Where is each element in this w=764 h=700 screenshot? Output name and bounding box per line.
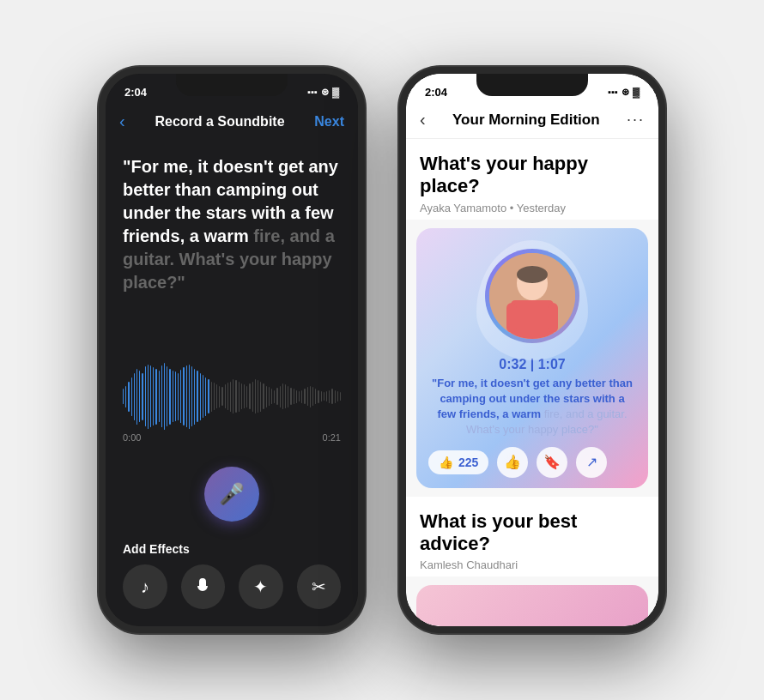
waveform-bar bbox=[299, 391, 300, 401]
waveform-bar bbox=[269, 387, 270, 406]
waveform-bar bbox=[194, 369, 195, 425]
nav-title-2: Your Morning Edition bbox=[452, 112, 600, 129]
transcript-text: "For me, it doesn't get any better than … bbox=[123, 155, 341, 294]
waveform-bar bbox=[219, 386, 220, 407]
waveform-bar bbox=[271, 389, 272, 404]
waveform-bar bbox=[315, 389, 316, 404]
waveform-times: 0:00 0:21 bbox=[123, 431, 341, 450]
waveform-bar bbox=[203, 375, 203, 418]
waveform-bar bbox=[274, 390, 275, 403]
waveform-bar bbox=[173, 371, 173, 422]
waveform-bar bbox=[304, 389, 305, 404]
waveform-bar bbox=[153, 367, 154, 425]
waveform-bar bbox=[301, 390, 302, 403]
waveform-bar bbox=[239, 382, 240, 412]
wifi-icon: ⊛ bbox=[321, 87, 329, 98]
waveform-bar bbox=[191, 366, 192, 426]
waveform-bar bbox=[155, 369, 156, 425]
waveform-bar bbox=[148, 365, 149, 429]
waveform-bar bbox=[312, 387, 313, 406]
waveform-bar bbox=[131, 377, 132, 416]
waveform-bar bbox=[123, 389, 124, 404]
waveform-bar bbox=[263, 383, 264, 409]
effect-sparkle[interactable]: ✦ bbox=[239, 564, 283, 609]
waveform-bar bbox=[189, 365, 190, 429]
waveform bbox=[123, 362, 341, 431]
status-time-1: 2:04 bbox=[124, 86, 147, 99]
waveform-bar bbox=[161, 365, 162, 427]
waveform-bar bbox=[150, 365, 151, 427]
waveform-bar bbox=[294, 389, 294, 404]
waveform-bar bbox=[310, 386, 311, 407]
waveform-bar bbox=[164, 363, 165, 430]
card-actions: 👍 225 👍 🔖 ↗ bbox=[416, 438, 648, 478]
bookmark-button[interactable]: 🔖 bbox=[537, 447, 567, 478]
back-button-2[interactable]: ‹ bbox=[420, 110, 426, 130]
waveform-bar bbox=[125, 386, 126, 407]
waveform-bar bbox=[258, 380, 258, 413]
post-1-time: Yesterday bbox=[517, 202, 566, 214]
waveform-bar bbox=[186, 365, 187, 427]
waveform-bar bbox=[208, 379, 209, 413]
like-icon: 👍 bbox=[439, 456, 453, 469]
waveform-bar bbox=[230, 382, 231, 412]
waveform-bar bbox=[296, 390, 297, 403]
phone-1-screen: 2:04 ▪▪▪ ⊛ ▓ ‹ Record a Soundbite Next "… bbox=[106, 74, 358, 626]
waveform-bar bbox=[285, 384, 286, 408]
effect-music[interactable]: ♪ bbox=[123, 564, 167, 609]
waveform-bar bbox=[225, 384, 226, 408]
effects-row: ♪ ✦ ✂ bbox=[106, 564, 358, 626]
waveform-bar bbox=[183, 367, 184, 425]
waveform-start: 0:00 bbox=[123, 432, 141, 443]
like-count: 225 bbox=[458, 456, 478, 469]
next-button[interactable]: Next bbox=[314, 114, 344, 130]
waveform-bar bbox=[167, 366, 167, 426]
card-quote: "For me, it doesn't get any better than … bbox=[430, 376, 634, 438]
post-1-author: Ayaka Yamamoto bbox=[420, 202, 506, 214]
waveform-bar bbox=[321, 391, 322, 401]
post-1-card[interactable]: 0:32 | 1:07 "For me, it doesn't get any … bbox=[416, 228, 648, 488]
more-button[interactable]: ··· bbox=[627, 111, 645, 129]
waveform-bar bbox=[326, 391, 327, 401]
transcript-area: "For me, it doesn't get any better than … bbox=[106, 138, 358, 353]
waveform-bar bbox=[255, 379, 256, 413]
status-icons-2: ▪▪▪ ⊛ ▓ bbox=[608, 87, 640, 98]
post-1-title: What's your happy place? bbox=[420, 153, 645, 198]
battery-icon-2: ▓ bbox=[633, 87, 640, 97]
post-2-card[interactable] bbox=[416, 585, 648, 626]
phone-notch-2 bbox=[476, 74, 588, 96]
battery-icon: ▓ bbox=[332, 87, 339, 97]
share-button[interactable]: ↗ bbox=[576, 447, 607, 478]
waveform-bar bbox=[211, 382, 212, 412]
like-pill[interactable]: 👍 225 bbox=[428, 450, 488, 474]
phone-2: 2:04 ▪▪▪ ⊛ ▓ ‹ Your Morning Edition ··· … bbox=[399, 67, 665, 633]
signal-icon: ▪▪▪ bbox=[307, 87, 318, 97]
waveform-bar bbox=[246, 386, 247, 407]
waveform-bar bbox=[235, 380, 236, 413]
waveform-bar bbox=[200, 373, 201, 420]
mic-button[interactable]: 🎤 bbox=[204, 467, 259, 522]
thumbs-up-button[interactable]: 👍 bbox=[497, 447, 528, 478]
waveform-bar bbox=[134, 373, 135, 420]
waveform-bar bbox=[307, 387, 308, 406]
back-button-1[interactable]: ‹ bbox=[119, 112, 125, 131]
waveform-bar bbox=[249, 383, 250, 409]
nav-bar-2: ‹ Your Morning Edition ··· bbox=[406, 105, 658, 139]
waveform-bar bbox=[282, 383, 283, 409]
feed-content[interactable]: What's your happy place? Ayaka Yamamoto … bbox=[406, 139, 658, 626]
waveform-bar bbox=[216, 384, 217, 408]
wifi-icon-2: ⊛ bbox=[622, 87, 629, 98]
phone-notch bbox=[176, 74, 288, 96]
waveform-bar bbox=[335, 390, 336, 403]
waveform-bar bbox=[266, 386, 267, 407]
waveform-bar bbox=[324, 392, 324, 401]
waveform-bar bbox=[142, 373, 142, 420]
effect-voice[interactable] bbox=[181, 564, 226, 609]
waveform-bar bbox=[318, 390, 318, 403]
post-1-meta: Ayaka Yamamoto • Yesterday bbox=[420, 202, 645, 214]
post-1-dot: • bbox=[510, 202, 517, 214]
waveform-bar bbox=[139, 371, 140, 422]
post-2-title: What is your best advice? bbox=[420, 510, 645, 555]
waveform-bar bbox=[169, 369, 170, 425]
effect-scissors[interactable]: ✂ bbox=[297, 564, 342, 609]
